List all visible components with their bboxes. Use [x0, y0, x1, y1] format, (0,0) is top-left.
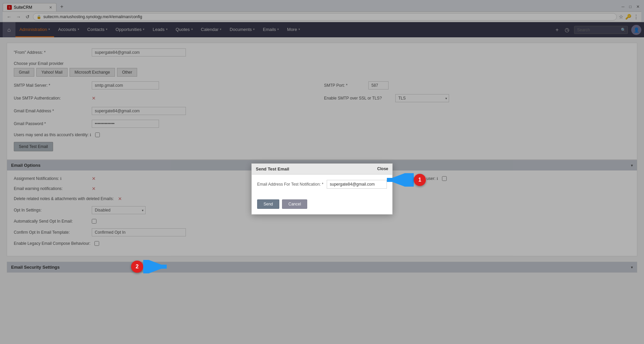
- modal-email-row: Email Address For Test Notification: *: [257, 180, 387, 189]
- page-content: "From" Address: * Choose your Email prov…: [0, 37, 644, 344]
- modal-overlay: Send Test Email Close Email Address For …: [0, 0, 644, 344]
- modal-title: Send Test Email: [256, 166, 289, 171]
- modal-send-button[interactable]: Send: [257, 199, 279, 209]
- modal-email-input[interactable]: [327, 180, 387, 189]
- modal-header: Send Test Email Close: [252, 164, 392, 175]
- modal-footer: Send Cancel: [252, 199, 392, 214]
- send-test-email-modal: Send Test Email Close Email Address For …: [251, 163, 393, 215]
- modal-cancel-button[interactable]: Cancel: [282, 199, 307, 209]
- annotation-1-circle: 1: [414, 174, 426, 186]
- modal-close-button[interactable]: Close: [377, 166, 388, 171]
- modal-email-label: Email Address For Test Notification: *: [257, 182, 323, 187]
- modal-body: Email Address For Test Notification: *: [252, 175, 392, 199]
